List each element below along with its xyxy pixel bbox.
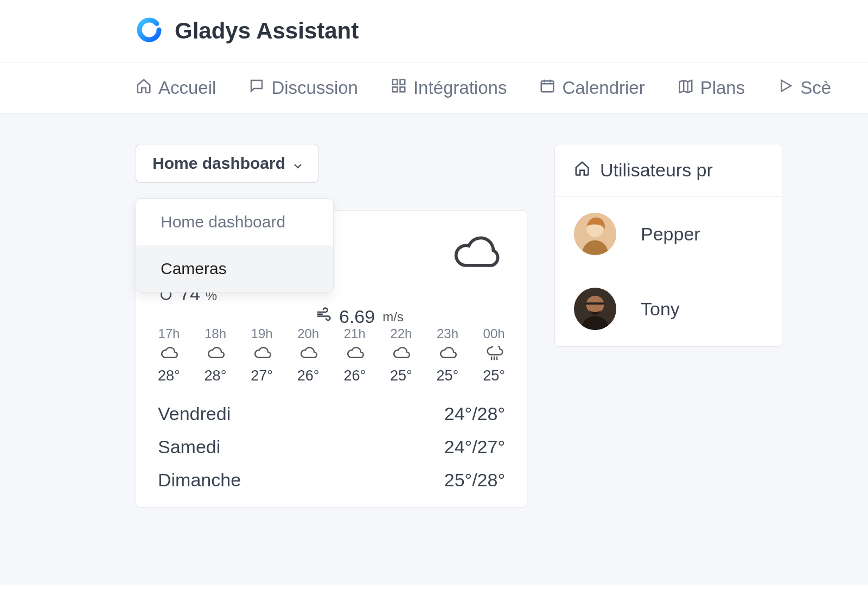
nav-label: Intégrations (413, 78, 507, 98)
hourly-forecast: 17h 28° 18h 28° 19h 27° 20h 26° (158, 326, 505, 384)
day-minmax: 24°/28° (444, 403, 505, 424)
rain-icon (485, 346, 503, 363)
grid-icon (391, 78, 407, 98)
hour-temp: 27° (251, 367, 273, 384)
calendar-icon (539, 78, 556, 98)
day-row: Vendredi 24°/28° (158, 403, 505, 424)
hour-time: 20h (297, 326, 319, 341)
hour-time: 21h (344, 326, 366, 341)
svg-point-0 (139, 20, 159, 40)
svg-rect-13 (585, 302, 604, 304)
hour-time: 00h (483, 326, 505, 341)
logo-icon (136, 16, 163, 46)
user-name: Pepper (641, 224, 700, 245)
hour-temp: 28° (205, 367, 227, 384)
home-icon (136, 78, 152, 98)
nav-integrations[interactable]: Intégrations (391, 78, 507, 98)
hour-col: 22h 25° (390, 326, 412, 384)
cloud-icon (346, 346, 364, 363)
nav-label: Discussion (271, 78, 358, 98)
cloud-icon (206, 346, 225, 363)
nav-scenes[interactable]: Scè (777, 78, 831, 98)
hour-time: 23h (437, 326, 458, 341)
users-card: Utilisateurs pr Pepper Tony (554, 144, 782, 347)
cloud-icon (299, 346, 317, 363)
dashboard-selected-label: Home dashboard (152, 154, 285, 172)
nav-label: Plans (700, 78, 745, 98)
day-name: Samedi (158, 436, 220, 458)
nav-discussion[interactable]: Discussion (248, 78, 358, 98)
user-name: Tony (641, 299, 680, 320)
cloud-icon (159, 346, 178, 363)
hour-col: 23h 25° (437, 326, 459, 384)
content-area: Home dashboard Home dashboard Cameras (0, 114, 868, 585)
caret-down-icon (294, 154, 302, 173)
hour-temp: 26° (343, 367, 366, 384)
app-title: Gladys Assistant (175, 18, 359, 44)
hour-temp: 28° (158, 367, 180, 384)
avatar (574, 213, 616, 255)
dashboard-dropdown: Home dashboard Cameras (136, 198, 334, 293)
users-card-title: Utilisateurs pr (600, 160, 713, 181)
dropdown-option-home[interactable]: Home dashboard (136, 199, 333, 245)
svg-point-12 (586, 296, 604, 314)
cloud-icon (392, 346, 410, 363)
hour-temp: 26° (297, 367, 320, 384)
hour-time: 22h (390, 326, 412, 341)
home-icon (574, 160, 590, 181)
svg-rect-5 (541, 81, 554, 92)
wind-icon (315, 306, 331, 327)
hour-col: 21h 26° (343, 326, 366, 384)
play-icon (777, 78, 794, 98)
nav-label: Accueil (158, 78, 216, 98)
hour-time: 17h (158, 326, 180, 341)
day-minmax: 25°/28° (444, 470, 505, 491)
hour-col: 00h 25° (483, 326, 505, 384)
dropdown-option-cameras[interactable]: Cameras (136, 245, 333, 292)
nav-bar: Accueil Discussion Intégrations Calendri… (0, 62, 868, 114)
wind-value: 6.69 (339, 306, 375, 327)
hour-time: 19h (251, 326, 273, 341)
svg-rect-3 (393, 87, 398, 92)
dashboard-selector[interactable]: Home dashboard (136, 144, 318, 183)
wind-unit: m/s (382, 309, 404, 325)
nav-home[interactable]: Accueil (136, 78, 216, 98)
hour-temp: 25° (483, 367, 505, 384)
hour-temp: 25° (437, 367, 459, 384)
cloud-icon (451, 232, 505, 278)
hour-col: 17h 28° (158, 326, 180, 384)
svg-rect-4 (400, 87, 405, 92)
user-row[interactable]: Pepper (555, 196, 782, 271)
day-row: Samedi 24°/27° (158, 436, 505, 458)
hour-col: 20h 26° (297, 326, 320, 384)
hour-col: 18h 28° (205, 326, 227, 384)
wind: 6.69m/s (315, 306, 404, 327)
chat-icon (248, 78, 265, 98)
nav-label: Calendrier (562, 78, 644, 98)
map-icon (678, 78, 694, 98)
day-minmax: 24°/27° (444, 436, 505, 458)
day-name: Vendredi (158, 403, 231, 424)
header: Gladys Assistant (0, 0, 868, 62)
day-row: Dimanche 25°/28° (158, 470, 505, 491)
hour-time: 18h (205, 326, 226, 341)
nav-label: Scè (800, 78, 831, 98)
daily-forecast: Vendredi 24°/28° Samedi 24°/27° Dimanche… (158, 403, 505, 491)
user-row[interactable]: Tony (555, 271, 782, 346)
hour-col: 19h 27° (251, 326, 273, 384)
cloud-icon (438, 346, 457, 363)
users-card-header: Utilisateurs pr (555, 144, 782, 196)
nav-calendar[interactable]: Calendrier (539, 78, 644, 98)
day-name: Dimanche (158, 470, 241, 491)
svg-rect-2 (400, 80, 405, 85)
svg-rect-1 (393, 80, 398, 85)
cloud-icon (253, 346, 271, 363)
avatar (574, 288, 616, 330)
nav-plans[interactable]: Plans (678, 78, 745, 98)
hour-temp: 25° (390, 367, 412, 384)
